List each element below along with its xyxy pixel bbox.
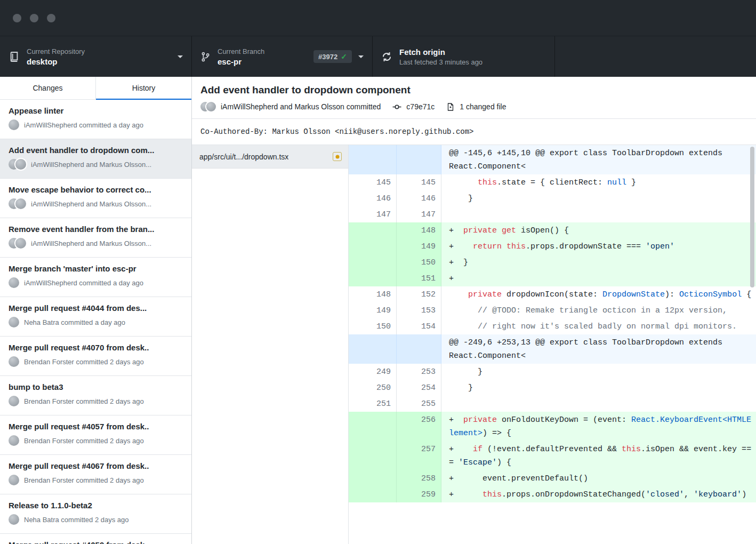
code-line: + return this.props.dropdownState === 'o… xyxy=(441,238,756,254)
line-number-old xyxy=(349,486,397,502)
close-window-button[interactable] xyxy=(13,14,21,22)
diff-rows: @@ -145,6 +145,10 @@ export class Toolba… xyxy=(349,145,756,502)
avatar xyxy=(9,356,19,367)
diff-row: 251255 xyxy=(349,396,756,412)
diff-row: 146146 } xyxy=(349,190,756,206)
view-tabs: Changes History xyxy=(0,77,191,100)
commit-list-item[interactable]: Merge pull request #4067 from desk..Bren… xyxy=(0,455,191,494)
commit-subtitle: iAmWillShepherd and Markus Olsson... xyxy=(31,161,151,169)
diff-area: app/src/ui/t.../dropdown.tsx @@ -145,6 +… xyxy=(192,145,756,544)
commit-subtitle: iAmWillShepherd and Markus Olsson... xyxy=(31,239,151,247)
code-line: + private onFoldoutKeyDown = (event: Rea… xyxy=(441,412,756,441)
diff-hunk-header: @@ -145,6 +145,10 @@ export class Toolba… xyxy=(349,145,756,174)
commit-list-item[interactable]: Remove event handler from the bran...iAm… xyxy=(0,218,191,258)
line-number-new: 253 xyxy=(397,364,441,380)
file-diff-icon xyxy=(446,102,455,111)
diff-row: 148+ private get isOpen() { xyxy=(349,222,756,238)
line-number-new: 145 xyxy=(397,174,441,190)
commit-avatars xyxy=(9,317,19,327)
commit-title: Merge pull request #4067 from desk.. xyxy=(9,461,183,470)
sync-icon xyxy=(381,51,392,62)
code-line: + if (!event.defaultPrevented && this.is… xyxy=(441,441,756,470)
line-number-new: 152 xyxy=(397,286,441,302)
line-number-new: 146 xyxy=(397,190,441,206)
file-list-item[interactable]: app/src/ui/t.../dropdown.tsx xyxy=(192,145,348,169)
zoom-window-button[interactable] xyxy=(47,14,55,22)
commit-subtitle: Neha Batra committed 2 days ago xyxy=(24,516,129,524)
line-number-old: 148 xyxy=(349,286,397,302)
commit-avatars xyxy=(9,475,19,485)
commit-list-item[interactable]: Appease linteriAmWillShepherd committed … xyxy=(0,100,191,139)
commit-title: Release to 1.1.0-beta2 xyxy=(9,501,183,510)
current-repository-dropdown[interactable]: Current Repository desktop xyxy=(0,36,192,77)
commit-meta: iAmWillShepherd and Markus Olsson... xyxy=(9,159,183,170)
committers-text: iAmWillShepherd and Markus Olsson commit… xyxy=(221,102,381,111)
avatar xyxy=(15,198,26,209)
line-number-new: 259 xyxy=(397,486,441,502)
line-number-new: 154 xyxy=(397,318,441,334)
commit-list-item[interactable]: Merge pull request #4044 from des...Neha… xyxy=(0,297,191,337)
line-number-old xyxy=(349,334,397,364)
line-number-new xyxy=(397,145,441,174)
line-number-new: 149 xyxy=(397,238,441,254)
commit-list-item[interactable]: Merge pull request #4057 from desk..Bren… xyxy=(0,415,191,455)
fetch-origin-button[interactable]: Fetch origin Last fetched 3 minutes ago xyxy=(373,36,555,77)
commit-subtitle: iAmWillShepherd committed a day ago xyxy=(24,121,143,129)
commit-title: Appease linter xyxy=(9,106,183,115)
commit-subtitle: Brendan Forster committed 2 days ago xyxy=(24,358,144,366)
pr-number: #3972 xyxy=(318,53,337,61)
commit-avatars xyxy=(9,198,26,209)
commit-avatars xyxy=(9,238,26,249)
check-icon: ✓ xyxy=(341,52,347,61)
hunk-header-text: @@ -249,6 +253,13 @@ export class Toolba… xyxy=(441,334,756,364)
tab-history[interactable]: History xyxy=(95,77,191,99)
avatar xyxy=(15,159,26,170)
current-branch-dropdown[interactable]: Current Branch esc-pr #3972 ✓ xyxy=(192,36,373,77)
commit-sha: c79e71c xyxy=(406,102,435,111)
committer-avatars xyxy=(200,102,216,111)
tab-changes[interactable]: Changes xyxy=(0,77,95,99)
diff-hunk-header: @@ -249,6 +253,13 @@ export class Toolba… xyxy=(349,334,756,364)
code-line: + } xyxy=(441,254,756,270)
commit-list-item[interactable]: Merge pull request #4059 from desk..Bren… xyxy=(0,534,191,544)
commit-title: Move escape behavior to correct co... xyxy=(9,185,183,194)
avatar xyxy=(15,238,26,249)
diff-view[interactable]: @@ -145,6 +145,10 @@ export class Toolba… xyxy=(349,145,756,544)
code-line xyxy=(441,396,756,412)
commit-list-item[interactable]: Move escape behavior to correct co...iAm… xyxy=(0,179,191,218)
line-number-new: 256 xyxy=(397,412,441,441)
code-line: // @TODO: Remake triangle octicon in a 1… xyxy=(441,302,756,318)
minimize-window-button[interactable] xyxy=(30,14,38,22)
commit-list-item[interactable]: Merge branch 'master' into esc-priAmWill… xyxy=(0,258,191,297)
avatar xyxy=(9,396,19,406)
line-number-old xyxy=(349,270,397,286)
code-line: } xyxy=(441,380,756,396)
line-number-new: 153 xyxy=(397,302,441,318)
hunk-header-text: @@ -145,6 +145,10 @@ export class Toolba… xyxy=(441,145,756,174)
commit-list: Appease linteriAmWillShepherd committed … xyxy=(0,100,191,544)
diff-row: 259+ this.props.onDropdownStateChanged('… xyxy=(349,486,756,502)
line-number-new: 254 xyxy=(397,380,441,396)
file-path: app/src/ui/t.../dropdown.tsx xyxy=(199,153,288,161)
commit-list-item[interactable]: Merge pull request #4070 from desk..Bren… xyxy=(0,337,191,376)
github-desktop-window: Current Repository desktop Current Branc… xyxy=(0,0,756,544)
commit-list-item[interactable]: bump to beta3Brendan Forster committed 2… xyxy=(0,376,191,415)
diff-row: 250254 } xyxy=(349,380,756,396)
diff-row: 148152 private dropdownIcon(state: Dropd… xyxy=(349,286,756,302)
git-commit-icon xyxy=(392,102,401,111)
commit-avatars xyxy=(9,435,19,446)
commit-title: Add event handler to dropdown com... xyxy=(9,146,183,155)
commit-meta: Brendan Forster committed 2 days ago xyxy=(9,475,183,485)
commit-list-item[interactable]: Add event handler to dropdown com...iAmW… xyxy=(0,139,191,179)
code-line: private dropdownIcon(state: DropdownStat… xyxy=(441,286,756,302)
commit-title: bump to beta3 xyxy=(9,382,183,391)
diff-row: 257+ if (!event.defaultPrevented && this… xyxy=(349,441,756,470)
avatar xyxy=(9,514,19,525)
scrollbar-thumb[interactable] xyxy=(750,147,754,287)
commit-avatars xyxy=(9,159,26,170)
commit-meta: Brendan Forster committed 2 days ago xyxy=(9,435,183,446)
commit-description: Co-Authored-By: Markus Olsson <niik@user… xyxy=(192,119,756,145)
avatar xyxy=(9,317,19,327)
diff-row: 145145 this.state = { clientRect: null } xyxy=(349,174,756,190)
commit-list-item[interactable]: Release to 1.1.0-beta2Neha Batra committ… xyxy=(0,494,191,534)
